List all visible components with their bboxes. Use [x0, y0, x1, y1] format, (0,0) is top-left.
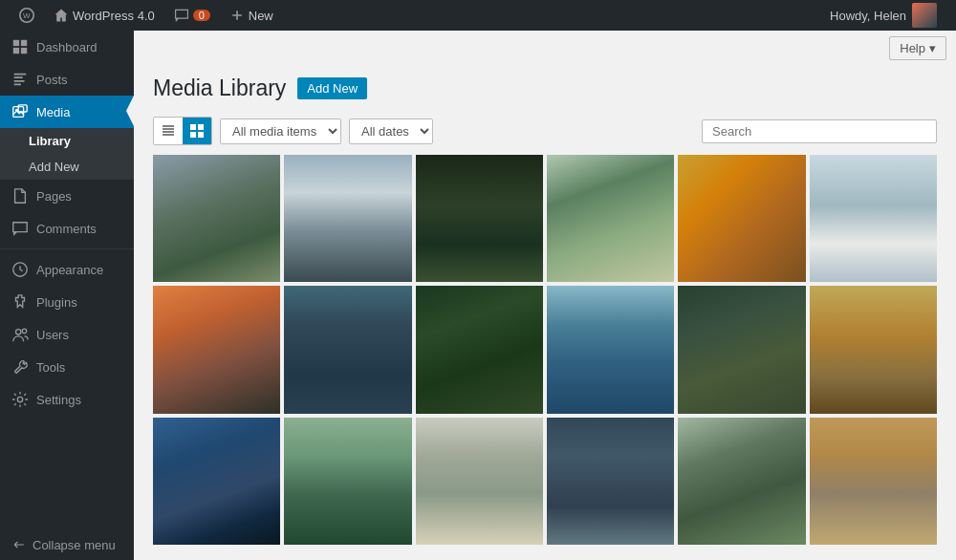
- search-wrap: [702, 119, 937, 143]
- sidebar-sub-add-new[interactable]: Add New: [0, 154, 134, 180]
- media-item[interactable]: [153, 155, 280, 282]
- site-name: WordPress 4.0: [73, 9, 155, 23]
- comments-bubble-icon: [11, 220, 29, 237]
- svg-rect-15: [198, 132, 204, 138]
- plugins-icon: [11, 293, 29, 311]
- media-item[interactable]: [416, 286, 543, 413]
- sidebar-item-appearance[interactable]: Appearance: [0, 253, 134, 286]
- plus-icon: [229, 8, 245, 23]
- wp-logo-item[interactable]: W: [10, 0, 44, 31]
- sidebar-sep-1: [0, 248, 134, 249]
- media-item[interactable]: [810, 418, 937, 545]
- sidebar-item-dashboard[interactable]: Dashboard: [0, 31, 134, 63]
- admin-bar-right: Howdy, Helen: [820, 3, 946, 28]
- users-icon: [11, 326, 29, 343]
- svg-rect-4: [13, 48, 19, 54]
- sidebar-item-comments[interactable]: Comments: [0, 212, 134, 245]
- svg-rect-2: [13, 40, 19, 46]
- media-item[interactable]: [284, 155, 411, 282]
- list-view-icon: [161, 123, 176, 139]
- pages-icon: [11, 187, 29, 205]
- home-icon: [54, 8, 69, 23]
- sidebar-settings-label: Settings: [36, 393, 81, 407]
- site-name-item[interactable]: WordPress 4.0: [44, 0, 164, 31]
- sidebar-item-users[interactable]: Users: [0, 318, 134, 351]
- sidebar-sub-library[interactable]: Library: [0, 128, 134, 154]
- sidebar-media-label: Media: [36, 105, 70, 119]
- toolbar: All media items All dates: [134, 111, 956, 155]
- sidebar-tools-label: Tools: [36, 360, 65, 375]
- sidebar-comments-label: Comments: [36, 222, 97, 236]
- svg-point-10: [22, 329, 27, 334]
- media-item[interactable]: [547, 418, 674, 545]
- page-title: Media Library: [153, 75, 286, 101]
- sidebar-dashboard-label: Dashboard: [36, 40, 98, 54]
- howdy-text[interactable]: Howdy, Helen: [820, 3, 946, 28]
- svg-rect-3: [21, 40, 27, 46]
- comments-item[interactable]: 0: [164, 0, 220, 31]
- collapse-label: Collapse menu: [33, 538, 116, 552]
- tools-icon: [11, 358, 29, 376]
- help-button[interactable]: Help ▾: [889, 36, 946, 60]
- sidebar-item-media[interactable]: Media: [0, 96, 134, 128]
- media-item[interactable]: [547, 155, 674, 282]
- media-item[interactable]: [416, 155, 543, 282]
- avatar: [912, 3, 937, 28]
- media-filter-select[interactable]: All media items: [220, 118, 341, 144]
- appearance-icon: [11, 261, 29, 278]
- wp-layout: Dashboard Posts Media Library Add New Pa…: [0, 31, 956, 560]
- svg-rect-12: [190, 124, 196, 130]
- new-item[interactable]: New: [220, 0, 283, 31]
- svg-rect-14: [190, 132, 196, 138]
- svg-rect-8: [18, 105, 27, 112]
- admin-bar-left: W WordPress 4.0 0 New: [10, 0, 820, 31]
- media-item[interactable]: [153, 418, 280, 545]
- media-item[interactable]: [810, 286, 937, 413]
- add-new-button[interactable]: Add New: [297, 77, 367, 99]
- sidebar-posts-label: Posts: [36, 73, 68, 87]
- media-item[interactable]: [810, 155, 937, 282]
- sidebar-item-settings[interactable]: Settings: [0, 383, 134, 416]
- media-item[interactable]: [284, 418, 411, 545]
- sidebar-media-submenu: Library Add New: [0, 128, 134, 180]
- media-item[interactable]: [153, 286, 280, 413]
- view-toggle: [153, 117, 212, 145]
- sidebar-pages-label: Pages: [36, 189, 72, 204]
- media-item[interactable]: [416, 418, 543, 545]
- settings-icon: [11, 391, 29, 408]
- svg-point-9: [16, 330, 21, 334]
- sidebar-item-tools[interactable]: Tools: [0, 351, 134, 383]
- media-item[interactable]: [284, 286, 411, 413]
- media-icon: [11, 103, 29, 120]
- media-item[interactable]: [678, 418, 805, 545]
- sidebar-item-pages[interactable]: Pages: [0, 180, 134, 212]
- comments-icon: [174, 8, 189, 23]
- sidebar-item-plugins[interactable]: Plugins: [0, 286, 134, 318]
- grid-view-button[interactable]: [183, 118, 211, 144]
- grid-view-icon: [189, 123, 205, 139]
- media-item[interactable]: [678, 155, 805, 282]
- svg-point-11: [17, 397, 22, 401]
- list-view-button[interactable]: [154, 118, 183, 144]
- admin-bar: W WordPress 4.0 0 New Howdy, Helen: [0, 0, 956, 31]
- search-input[interactable]: [702, 119, 937, 143]
- new-label: New: [249, 9, 273, 23]
- sidebar-plugins-label: Plugins: [36, 295, 77, 310]
- help-bar: Help ▾: [134, 31, 956, 60]
- date-filter-select[interactable]: All dates: [349, 118, 433, 144]
- posts-icon: [11, 71, 29, 88]
- collapse-menu[interactable]: Collapse menu: [0, 529, 134, 560]
- howdy-label: Howdy, Helen: [830, 9, 906, 23]
- media-grid: [134, 155, 956, 560]
- sidebar: Dashboard Posts Media Library Add New Pa…: [0, 31, 134, 560]
- svg-rect-5: [21, 48, 27, 54]
- page-header: Media Library Add New: [134, 60, 956, 111]
- media-item[interactable]: [678, 286, 805, 413]
- wordpress-icon: W: [19, 8, 34, 23]
- media-item[interactable]: [547, 286, 674, 413]
- sidebar-item-posts[interactable]: Posts: [0, 63, 134, 96]
- active-arrow: [126, 96, 134, 126]
- help-arrow-icon: ▾: [929, 41, 936, 55]
- sidebar-appearance-label: Appearance: [36, 263, 103, 277]
- comments-count: 0: [193, 10, 210, 21]
